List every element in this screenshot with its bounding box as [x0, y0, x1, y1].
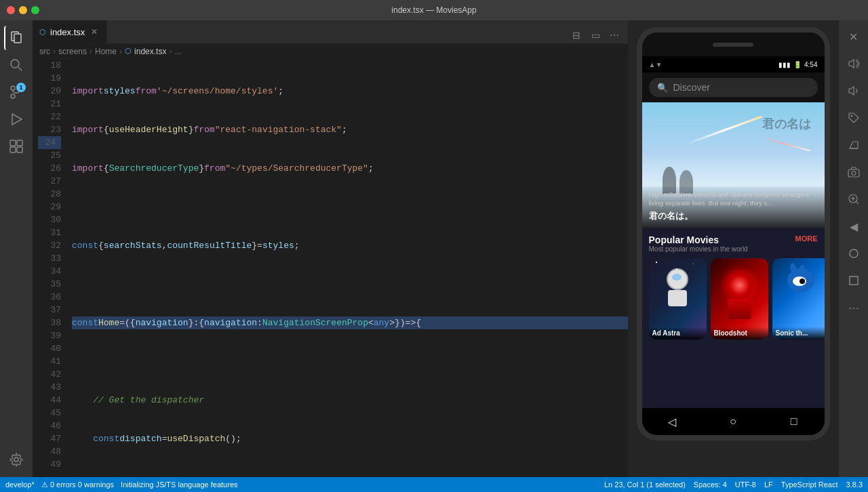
more-button[interactable]: MORE	[795, 234, 818, 243]
zoom-in-button[interactable]	[843, 188, 865, 210]
tab-actions: ⊟ ▭ ⋯	[568, 27, 628, 43]
breadcrumb-more[interactable]: ...	[174, 47, 181, 56]
star-1	[656, 262, 657, 263]
astronaut-figure	[660, 268, 694, 316]
camera-button[interactable]	[843, 161, 865, 183]
tab-close-button[interactable]: ✕	[89, 26, 100, 37]
movie-label-sonic: Sonic th...	[772, 327, 825, 340]
sidebar-item-source-control[interactable]: 1	[4, 80, 28, 104]
featured-title: 君の名は。	[649, 210, 818, 222]
movie-poster-sonic: Sonic th...	[772, 258, 825, 340]
tab-label: index.tsx	[50, 27, 85, 37]
split-editor-button[interactable]: ⊟	[568, 27, 585, 43]
sonic-head	[787, 268, 814, 292]
language-mode[interactable]: TypeScript React	[781, 480, 838, 489]
svg-point-21	[850, 249, 858, 258]
code-line-26: // Get the dispatcher	[72, 394, 628, 407]
phone-bottom-nav: ◁ ○ □	[642, 408, 825, 435]
sidebar-item-extensions[interactable]	[4, 134, 28, 159]
breadcrumb-file[interactable]: index.tsx	[134, 47, 166, 56]
movie-label-bloodshot: Bloodshot	[711, 327, 768, 340]
movie-card-sonic[interactable]: Sonic th...	[772, 258, 825, 340]
svg-point-6	[11, 94, 15, 98]
close-panel-button[interactable]: ✕	[843, 26, 865, 47]
code-line-25	[72, 355, 628, 368]
featured-movie[interactable]: 君の名は High schoolers Mitsuha and Taki are…	[642, 102, 825, 228]
square-button[interactable]	[843, 270, 865, 291]
svg-point-16	[852, 171, 856, 176]
search-input-box[interactable]: 🔍 Discover	[649, 78, 818, 97]
svg-rect-22	[850, 276, 858, 285]
svg-rect-9	[17, 140, 22, 146]
tag-button[interactable]	[843, 107, 865, 129]
nav-back-button[interactable]: ◁	[658, 411, 686, 432]
movie-card-ad-astra[interactable]: Ad Astra	[649, 258, 707, 340]
code-line-18: import styles from '~/screens/home/style…	[72, 85, 628, 98]
sidebar-item-debug[interactable]	[4, 107, 28, 131]
tab-index-tsx[interactable]: ⬡ index.tsx ✕	[33, 20, 107, 43]
sidebar-item-settings[interactable]	[4, 447, 28, 472]
tsx-file-icon: ⬡	[39, 28, 46, 37]
source-control-badge: 1	[16, 83, 26, 92]
sonic-pupil	[800, 279, 805, 284]
breadcrumb-src[interactable]: src	[39, 47, 50, 56]
nav-home-button[interactable]: ○	[719, 411, 747, 432]
code-editor[interactable]: 18 19 20 21 22 23 24 25 26 27 28 29 30 3…	[33, 59, 628, 477]
sidebar-item-search[interactable]	[4, 53, 28, 77]
movie-label-ad-astra: Ad Astra	[649, 327, 707, 340]
code-line-24: const Home = ({navigation}: { navigation…	[72, 316, 628, 329]
title-bar: index.tsx — MoviesApp	[0, 0, 868, 20]
code-line-23	[72, 278, 628, 291]
breadcrumb: src › screens › Home › ⬡ index.tsx › ...	[33, 44, 628, 59]
error-count[interactable]: ⚠ 0 errors 0 warnings	[41, 480, 114, 489]
maximize-button[interactable]	[31, 6, 39, 14]
status-message[interactable]: Initializing JS/TS language features	[121, 480, 237, 489]
sidebar-item-files[interactable]	[4, 26, 28, 50]
sound-low-button[interactable]	[843, 80, 865, 102]
window-controls	[7, 6, 39, 14]
circle-button[interactable]	[843, 243, 865, 264]
sound-high-button[interactable]	[843, 53, 865, 75]
more-actions-button[interactable]: ⋯	[606, 27, 623, 43]
toggle-sidebar-button[interactable]: ▭	[587, 27, 604, 43]
code-line-19: import {useHeaderHeight} from "react-nav…	[72, 123, 628, 136]
git-branch[interactable]: develop*	[5, 480, 35, 489]
code-line-27: const dispatch = useDispatch();	[72, 432, 628, 445]
phone-panel: ▲▼ ▮▮▮ 🔋 4:54 🔍 Discover	[628, 20, 838, 477]
nav-recents-button[interactable]: □	[781, 411, 808, 432]
more-options-button[interactable]: ⋯	[843, 297, 865, 319]
phone-status-left: ▲▼	[649, 61, 663, 68]
status-left: develop* ⚠ 0 errors 0 warnings Initializ…	[5, 480, 238, 489]
featured-description: High schoolers Mitsuha and Taki are comp…	[649, 190, 818, 207]
minimize-button[interactable]	[19, 6, 27, 14]
svg-point-4	[11, 86, 15, 90]
star-3	[693, 264, 694, 264]
arrow-left-button[interactable]: ◀	[843, 216, 865, 237]
svg-rect-11	[17, 147, 22, 152]
movies-row: Ad Astra	[649, 258, 818, 340]
code-content[interactable]: import styles from '~/screens/home/style…	[66, 59, 628, 477]
phone-speaker	[713, 43, 753, 47]
ts-version[interactable]: 3.8.3	[846, 480, 863, 489]
bloodshot-figure	[721, 272, 758, 323]
tab-bar: ⬡ index.tsx ✕ ⊟ ▭ ⋯	[33, 20, 628, 44]
erase-button[interactable]	[843, 134, 865, 156]
sonic-eye	[793, 276, 806, 286]
svg-point-12	[14, 457, 18, 462]
time-display: 4:54	[804, 61, 817, 68]
line-numbers: 18 19 20 21 22 23 24 25 26 27 28 29 30 3…	[33, 59, 66, 477]
bloodshot-body	[728, 299, 751, 319]
search-placeholder-text: Discover	[673, 82, 710, 93]
spaces-config[interactable]: Spaces: 4	[694, 480, 727, 489]
line-ending[interactable]: LF	[764, 480, 773, 489]
breadcrumb-screens[interactable]: screens	[58, 47, 87, 56]
encoding[interactable]: UTF-8	[735, 480, 756, 489]
close-button[interactable]	[7, 6, 15, 14]
sonic-figure	[787, 268, 814, 292]
cursor-position[interactable]: Ln 23, Col 1 (1 selected)	[604, 480, 686, 489]
movie-card-bloodshot[interactable]: Bloodshot	[711, 258, 768, 340]
battery-icon: 🔋	[793, 61, 802, 68]
app-search-bar: 🔍 Discover	[642, 73, 825, 102]
editor-area: ⬡ index.tsx ✕ ⊟ ▭ ⋯ src › screens › Home…	[33, 20, 628, 477]
breadcrumb-home[interactable]: Home	[95, 47, 117, 56]
